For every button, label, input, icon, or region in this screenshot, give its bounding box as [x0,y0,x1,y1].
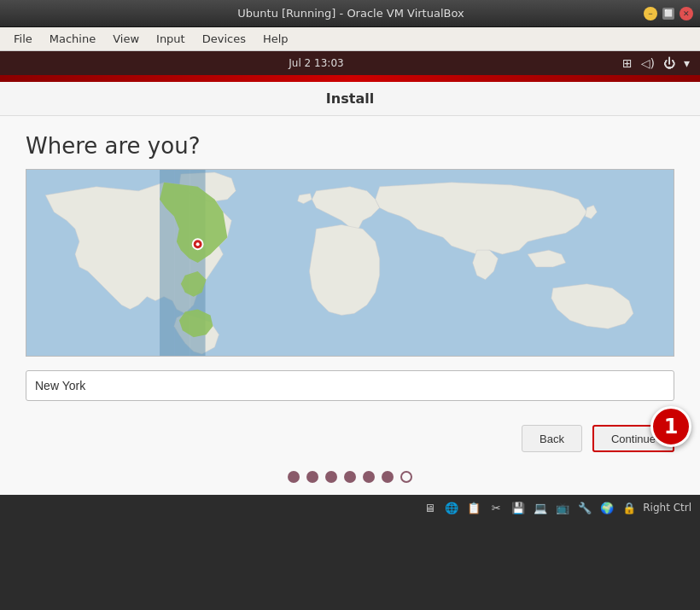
taskbar-icon-10[interactable]: 🔒 [621,499,638,516]
network-icon[interactable]: ⊞ [622,56,633,70]
pagination-dot-2[interactable] [306,471,318,483]
pagination-dot-5[interactable] [363,471,375,483]
menu-view[interactable]: View [106,30,146,48]
annotation-number: 1 [650,406,691,447]
menu-file[interactable]: File [7,30,39,48]
vm-top-icons: ⊞ ◁) ⏻ ▾ [622,56,690,70]
minimize-button[interactable]: − [644,7,657,20]
svg-point-5 [196,242,200,246]
taskbar-icon-8[interactable]: 🔧 [576,499,593,516]
pagination-dot-6[interactable] [382,471,394,483]
main-content: Where are you? [0,116,700,357]
close-button[interactable]: ✕ [680,7,693,20]
pagination-dot-4[interactable] [344,471,356,483]
taskbar-icon-6[interactable]: 💻 [532,499,549,516]
page-heading: Where are you? [26,133,674,159]
taskbar-icon-1[interactable]: 🖥 [421,499,438,516]
taskbar-icon-9[interactable]: 🌍 [598,499,615,516]
back-button[interactable]: Back [522,425,582,452]
location-section [0,357,700,415]
pagination-dot-3[interactable] [325,471,337,483]
power-icon[interactable]: ⏻ [663,56,675,70]
taskbar-right-ctrl-label: Right Ctrl [643,502,691,514]
arrow-down-icon[interactable]: ▾ [684,56,690,70]
taskbar-icon-2[interactable]: 🌐 [443,499,460,516]
menu-help[interactable]: Help [256,30,295,48]
taskbar-icon-4[interactable]: ✂ [487,499,505,516]
menu-input[interactable]: Input [149,30,192,48]
vm-top-bar: Jul 2 13:03 ⊞ ◁) ⏻ ▾ [0,51,700,75]
pagination-dot-1[interactable] [288,471,300,483]
install-title: Install [326,90,374,107]
volume-icon[interactable]: ◁) [641,56,655,70]
restore-button[interactable]: ⬜ [662,8,674,20]
location-input[interactable] [26,370,674,401]
install-header: Install [0,82,700,116]
taskbar-icon-7[interactable]: 📺 [554,499,571,516]
menu-bar: File Machine View Input Devices Help [0,27,700,51]
world-map-svg[interactable] [26,170,674,356]
menu-machine[interactable]: Machine [43,30,102,48]
pagination-dot-7[interactable] [400,471,412,483]
title-bar: Ubuntu [Running] - Oracle VM VirtualBox … [0,0,700,27]
vm-datetime: Jul 2 13:03 [10,57,622,69]
taskbar: 🖥 🌐 📋 ✂ 💾 💻 📺 🔧 🌍 🔒 Right Ctrl [0,495,700,520]
button-row: Back Continue 1 [0,415,700,462]
pagination-row [0,462,700,495]
window-title: Ubuntu [Running] - Oracle VM VirtualBox [58,7,644,20]
taskbar-icon-5[interactable]: 💾 [510,499,527,516]
menu-devices[interactable]: Devices [195,30,253,48]
red-accent-bar [0,75,700,82]
world-map-container[interactable] [26,169,674,357]
taskbar-icon-3[interactable]: 📋 [465,499,482,516]
window-controls: − ⬜ ✕ [644,7,693,20]
